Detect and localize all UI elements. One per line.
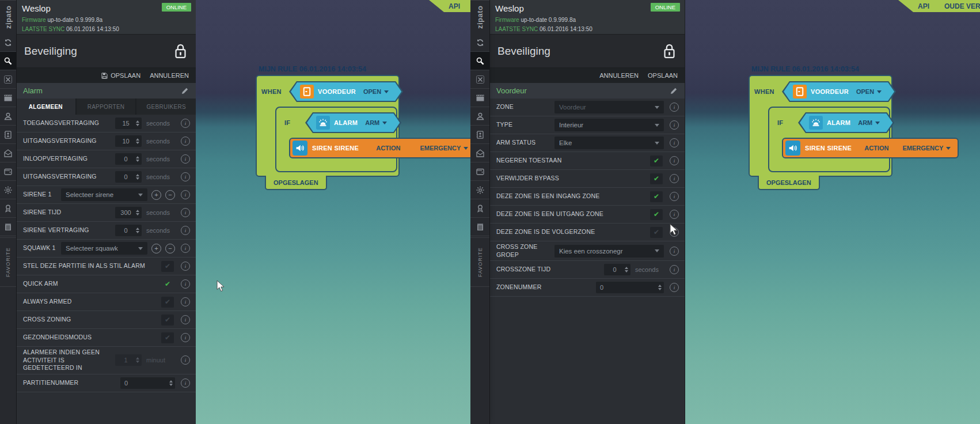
api-tab[interactable]: API OUDE VERSIE — [429, 0, 470, 12]
sidebar-item-search[interactable] — [470, 52, 489, 70]
sidebar-item-notes[interactable] — [0, 218, 16, 236]
edit-icon[interactable] — [181, 87, 189, 94]
info-icon[interactable]: i — [670, 174, 679, 183]
number-input[interactable]: 0 — [596, 282, 664, 293]
sidebar-item-search[interactable] — [0, 52, 16, 70]
stepper-arrows[interactable] — [136, 138, 142, 144]
stepper-arrows[interactable] — [136, 156, 142, 162]
info-icon[interactable]: i — [181, 119, 190, 128]
rule-action-block[interactable]: SIREN SIRENE ACTION EMERGENCY — [289, 138, 470, 158]
sidebar-item-award[interactable] — [0, 199, 16, 218]
number-input[interactable]: 300 — [115, 207, 142, 218]
checkbox[interactable]: ✔ — [161, 315, 174, 325]
info-icon[interactable]: i — [181, 355, 190, 365]
dropdown-select[interactable]: Interieur — [554, 119, 664, 131]
dropdown-select[interactable]: Kies een crosszonegr — [554, 245, 664, 258]
edit-icon[interactable] — [670, 87, 678, 94]
sidebar-item-favorite[interactable]: FAVORITE — [0, 237, 16, 287]
stepper-arrows[interactable] — [169, 380, 175, 386]
info-icon[interactable]: i — [670, 247, 679, 256]
sidebar-item-clapperboard[interactable] — [0, 89, 16, 107]
rule-condition-chip[interactable]: VOORDEUR OPEN — [782, 81, 896, 102]
info-icon[interactable]: i — [670, 192, 679, 201]
info-icon[interactable]: i — [670, 156, 679, 165]
info-icon[interactable]: i — [181, 172, 190, 181]
remove-button[interactable]: − — [165, 244, 175, 253]
stepper-arrows[interactable] — [625, 267, 630, 272]
dropdown-select[interactable]: Selecteer sirene — [61, 188, 147, 201]
sidebar-item-user[interactable] — [470, 107, 489, 126]
tab-algemeen[interactable]: ALGEMEEN — [16, 99, 75, 115]
save-button[interactable]: OPSLAAN — [101, 72, 140, 79]
info-icon[interactable]: i — [181, 190, 190, 199]
checkbox[interactable]: ✔ — [650, 191, 663, 202]
sidebar-item-wallet[interactable] — [0, 162, 16, 181]
info-icon[interactable]: i — [181, 315, 190, 324]
checkbox[interactable]: ✔ — [161, 332, 174, 343]
checkbox[interactable]: ✔ — [650, 209, 663, 220]
tab-rapporten[interactable]: RAPPORTEN — [77, 99, 136, 115]
checkbox[interactable]: ✔ — [161, 279, 174, 290]
dropdown-select[interactable]: Voordeur — [554, 101, 664, 113]
rule-when-block[interactable]: WHEN VOORDEUR OPEN IF ALARM — [749, 75, 892, 177]
sidebar-item-wallet[interactable] — [470, 162, 489, 181]
info-icon[interactable]: i — [181, 279, 190, 289]
stepper-arrows[interactable] — [136, 210, 142, 215]
api-tab-label[interactable]: API — [449, 2, 460, 10]
stepper-arrows[interactable] — [136, 174, 142, 180]
rule-condition-chip[interactable]: VOORDEUR OPEN — [289, 81, 403, 102]
api-tab[interactable]: API OUDE VERSIE — [898, 0, 980, 12]
dropdown-select[interactable]: Selecteer squawk — [61, 242, 147, 255]
rule-action-block[interactable]: SIREN SIRENE ACTION EMERGENCY — [782, 138, 959, 158]
action-value-dropdown[interactable]: EMERGENCY — [902, 145, 951, 152]
number-input[interactable]: 15 — [115, 118, 142, 129]
remove-button[interactable]: − — [165, 190, 175, 200]
info-icon[interactable]: i — [181, 137, 190, 146]
checkbox[interactable]: ✔ — [161, 261, 174, 272]
info-icon[interactable]: i — [181, 297, 190, 306]
when-state-dropdown[interactable]: OPEN — [363, 88, 389, 95]
number-input[interactable]: 0 — [115, 171, 142, 183]
action-value-dropdown[interactable]: EMERGENCY — [420, 145, 468, 152]
info-icon[interactable]: i — [181, 378, 190, 388]
number-input[interactable]: 0 — [604, 264, 630, 275]
stepper-arrows[interactable] — [658, 285, 664, 290]
sidebar-item-clapperboard[interactable] — [470, 89, 489, 107]
number-input[interactable]: 0 — [115, 225, 142, 236]
sidebar-item-user[interactable] — [0, 107, 16, 126]
checkbox[interactable]: ✔ — [161, 297, 174, 308]
rule-if-chip[interactable]: ALARM ARM — [798, 112, 894, 133]
info-icon[interactable]: i — [670, 283, 679, 292]
info-icon[interactable]: i — [670, 138, 679, 147]
sidebar-item-refresh[interactable] — [0, 33, 16, 52]
add-button[interactable]: + — [151, 190, 161, 200]
info-icon[interactable]: i — [181, 154, 190, 164]
checkbox[interactable]: ✔ — [650, 156, 663, 166]
api-tab-label[interactable]: API — [918, 2, 929, 10]
dropdown-select[interactable]: Elke — [554, 137, 664, 149]
if-state-dropdown[interactable]: ARM — [365, 119, 387, 126]
stepper-arrows[interactable] — [136, 228, 142, 233]
info-icon[interactable]: i — [670, 120, 679, 130]
info-icon[interactable]: i — [670, 210, 679, 219]
number-input[interactable]: 1 — [115, 354, 142, 366]
sidebar-item-contacts[interactable] — [0, 126, 16, 144]
when-state-dropdown[interactable]: OPEN — [856, 88, 882, 95]
sidebar-item-gear[interactable] — [0, 181, 16, 199]
sidebar-item-gear[interactable] — [470, 181, 489, 199]
number-input[interactable]: 0 — [115, 153, 142, 165]
number-input[interactable]: 0 — [120, 377, 175, 389]
sidebar-item-refresh[interactable] — [470, 33, 489, 52]
checkbox[interactable]: ✔ — [650, 173, 663, 184]
info-icon[interactable]: i — [181, 244, 190, 253]
info-icon[interactable]: i — [181, 333, 190, 342]
sidebar-item-tools[interactable] — [0, 70, 16, 89]
cancel-button[interactable]: ANNULEREN — [150, 72, 189, 79]
stepper-arrows[interactable] — [136, 357, 142, 363]
info-icon[interactable]: i — [670, 103, 679, 112]
info-icon[interactable]: i — [670, 265, 679, 274]
sidebar-item-tools[interactable] — [470, 70, 489, 89]
sidebar-item-favorite[interactable]: FAVORITE — [470, 237, 489, 287]
sidebar-item-mail[interactable] — [470, 144, 489, 162]
sidebar-item-notes[interactable] — [470, 218, 489, 236]
